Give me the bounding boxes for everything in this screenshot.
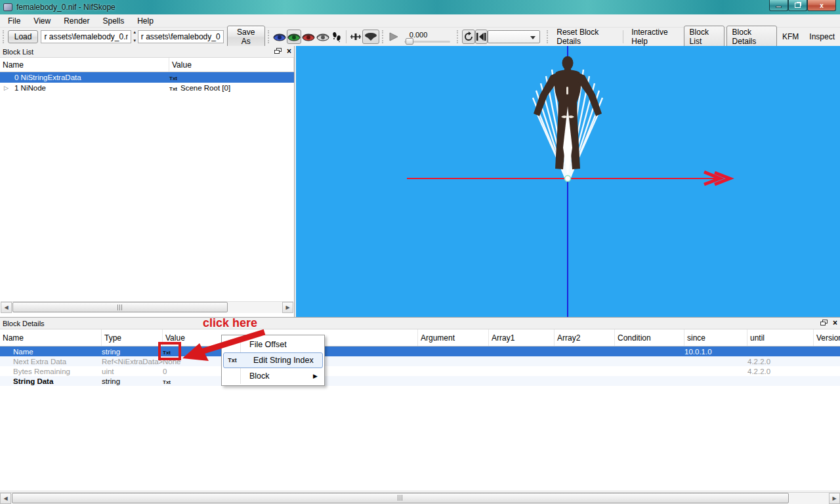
scroll-right-icon[interactable]: ▶ [829, 493, 840, 504]
column-header-since[interactable]: since [684, 329, 747, 346]
close-icon: x [820, 2, 824, 9]
blue-eye-icon [273, 33, 286, 41]
txt-icon: Txt [169, 86, 177, 92]
menu-render[interactable]: Render [57, 15, 96, 27]
grip-icon [398, 495, 404, 501]
details-hscrollbar[interactable]: ◀ ▶ [0, 492, 840, 503]
red-eye-icon [302, 33, 315, 41]
scroll-left-icon[interactable]: ◀ [1, 302, 12, 313]
scroll-left-icon[interactable]: ◀ [0, 493, 11, 504]
app-icon [3, 3, 12, 11]
block-details-toggle-button[interactable]: Block Details [726, 26, 777, 48]
scroll-right-icon[interactable]: ▶ [282, 302, 293, 313]
play-button[interactable] [387, 30, 400, 44]
scroll-thumb[interactable] [12, 493, 789, 503]
expand-arrow-icon[interactable]: ▷ [4, 85, 9, 91]
float-panel-icon[interactable] [274, 48, 282, 54]
float-panel-icon[interactable] [820, 320, 828, 326]
column-header-type[interactable]: Type [102, 329, 163, 346]
detail-row-name[interactable]: Name string Txt 10.0.1.0 [0, 346, 840, 356]
column-header-condition[interactable]: Condition [615, 329, 684, 346]
camera-view-button[interactable] [362, 30, 379, 44]
show-gray-eye-button[interactable] [316, 30, 330, 44]
flip-icon [476, 32, 486, 41]
block-details-title-bar: Block Details × [0, 318, 840, 329]
inspect-button[interactable]: Inspect [804, 30, 840, 43]
loop-button[interactable] [462, 30, 475, 44]
spin-down-icon: ▼ [133, 39, 136, 43]
scene-3d [296, 46, 840, 317]
toolbar-drag-handle[interactable] [457, 30, 459, 43]
title-bar: femalebody_0.nif - NifSkope x [0, 0, 840, 14]
toolbar: Load ▲▼ Save As 0.000 Reset Block Detail… [0, 28, 840, 46]
toolbar-separator [623, 30, 623, 43]
scroll-track[interactable] [11, 493, 829, 504]
load-path-input[interactable] [41, 30, 131, 43]
grip-icon [117, 304, 123, 310]
column-header-version[interactable]: Version [814, 329, 840, 346]
show-base-eye-button[interactable] [272, 30, 287, 44]
interactive-help-button[interactable]: Interactive Help [626, 26, 683, 48]
toolbar-separator [346, 30, 346, 43]
block-list-title: Block List [3, 48, 33, 56]
close-panel-icon[interactable]: × [833, 319, 837, 327]
animation-select[interactable] [488, 30, 539, 43]
block-list-hscrollbar[interactable]: ◀ ▶ [1, 301, 293, 313]
scroll-thumb[interactable] [12, 302, 228, 312]
txt-icon: Txt [169, 75, 177, 81]
reset-block-details-button[interactable]: Reset Block Details [551, 26, 620, 48]
block-details-header: Name Type Value Argument Array1 Array2 C… [0, 329, 840, 346]
column-header-until[interactable]: until [747, 329, 814, 346]
detail-row-string-data[interactable]: String Data string Txt [0, 376, 840, 386]
menu-spells[interactable]: Spells [96, 15, 131, 27]
save-as-button[interactable]: Save As [227, 26, 265, 48]
scroll-track[interactable] [12, 302, 282, 313]
detail-row-bytes-remaining[interactable]: Bytes Remaining uint 0 4.2.2.0 [0, 366, 840, 376]
block-list-row-nistringextradata[interactable]: 0 NiStringExtraData Txt [0, 72, 294, 83]
nifskope-window: { "window": { "title": "femalebody_0.nif… [0, 0, 840, 504]
switch-animation-button[interactable] [475, 30, 488, 44]
time-slider-handle[interactable] [406, 38, 413, 45]
center-view-button[interactable] [349, 30, 362, 44]
column-header-name[interactable]: Name [0, 58, 169, 72]
window-title: femalebody_0.nif - NifSkope [16, 3, 116, 12]
footsteps-icon [332, 32, 341, 42]
column-header-value[interactable]: Value [169, 58, 294, 72]
minimize-button[interactable] [769, 0, 788, 11]
txt-icon[interactable]: Txt [163, 379, 171, 385]
animation-footsteps-button[interactable] [330, 30, 343, 44]
time-slider-group: 0.000 [404, 31, 450, 43]
path-swap-spinner[interactable]: ▲▼ [131, 30, 137, 43]
column-header-name[interactable]: Name [0, 329, 102, 346]
kfm-button[interactable]: KFM [777, 30, 804, 43]
column-header-array2[interactable]: Array2 [555, 329, 615, 346]
close-button[interactable]: x [807, 0, 836, 11]
close-panel-icon[interactable]: × [287, 47, 291, 55]
submenu-arrow-icon: ▶ [313, 373, 318, 379]
arrow-annotation [177, 327, 276, 366]
load-button[interactable]: Load [8, 30, 39, 43]
gray-eye-icon [316, 33, 329, 41]
block-list-toggle-button[interactable]: Block List [684, 26, 724, 48]
loop-icon [463, 32, 474, 42]
render-viewport[interactable] [296, 46, 840, 317]
green-eye-icon [287, 33, 301, 41]
maximize-button[interactable] [788, 0, 807, 11]
block-list-row-ninode[interactable]: ▷1 NiNode TxtScene Root [0] [0, 83, 294, 93]
save-path-input[interactable] [138, 30, 224, 43]
menu-item-block[interactable]: Block ▶ [223, 368, 323, 384]
column-header-array1[interactable]: Array1 [489, 329, 555, 346]
toolbar-drag-handle[interactable] [268, 30, 270, 43]
toolbar-drag-handle[interactable] [382, 30, 385, 43]
column-header-argument[interactable]: Argument [418, 329, 489, 346]
detail-row-next-extra-data[interactable]: Next Extra Data Ref<NiExtraData> None 4.… [0, 356, 840, 366]
menu-help[interactable]: Help [131, 15, 160, 27]
show-nodes-eye-button[interactable] [287, 30, 301, 44]
show-hidden-eye-button[interactable] [301, 30, 316, 44]
toolbar-drag-handle[interactable] [547, 30, 549, 43]
camera-down-icon [364, 32, 377, 41]
menu-view[interactable]: View [27, 15, 57, 27]
menu-file[interactable]: File [1, 15, 27, 27]
toolbar-drag-handle[interactable] [3, 30, 5, 43]
time-slider[interactable] [404, 41, 450, 43]
